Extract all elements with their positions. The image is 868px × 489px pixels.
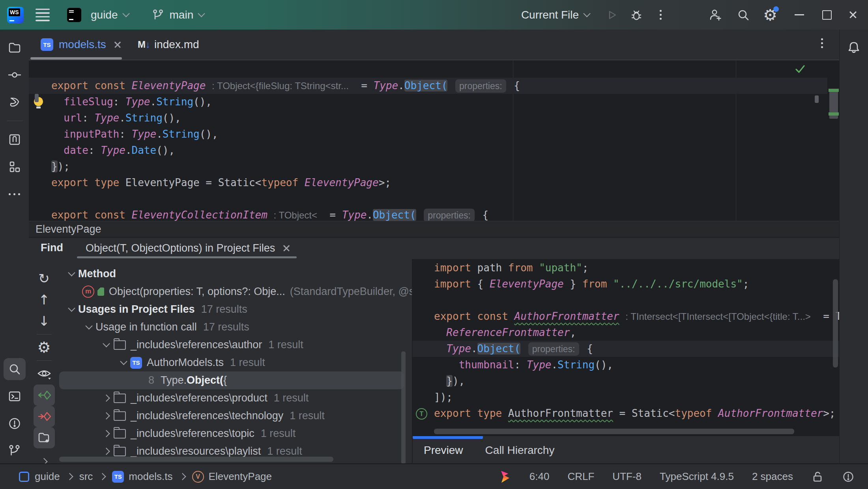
problems-tool-icon[interactable] (4, 412, 26, 435)
chevron-right-icon[interactable] (99, 413, 113, 418)
breadcrumb-file[interactable]: models.ts (129, 470, 172, 483)
type-alias-gutter-icon[interactable]: T (416, 408, 427, 420)
code-line[interactable]: date: Type.Date(), (29, 142, 827, 159)
line-separator[interactable]: CRLF (567, 470, 594, 483)
version-control-tool-icon[interactable] (4, 440, 26, 462)
code-line[interactable]: export const EleventyCollectionItem : TO… (29, 207, 827, 221)
write-access-filter-icon[interactable] (34, 406, 55, 427)
code-line[interactable]: }); (29, 159, 827, 175)
tab-models-ts[interactable]: TS models.ts (30, 30, 122, 60)
editor-context-row[interactable]: EleventyPage (29, 221, 839, 237)
preview-toggle-eye-icon[interactable] (34, 363, 55, 384)
result-row-selected[interactable]: 8Type.Object({ (59, 371, 404, 389)
chevron-down-icon[interactable] (65, 308, 78, 311)
settings-gear-icon[interactable]: ⚙ (763, 7, 777, 23)
tab-options-kebab-icon[interactable] (817, 42, 827, 44)
bookmarks-tool-icon[interactable] (4, 129, 26, 151)
result-row[interactable]: _includes\references\technology1 result (59, 407, 412, 425)
result-row[interactable]: mObject(properties: T, options?: Obje...… (59, 283, 412, 300)
pull-requests-tool-icon[interactable] (4, 91, 26, 113)
code-line[interactable]: fileSlug: Type.String(), (29, 94, 827, 110)
chevron-down-icon[interactable] (117, 361, 130, 364)
maximize-button[interactable] (822, 10, 832, 20)
eleventy-plugin-icon[interactable] (499, 470, 511, 484)
rerun-search-icon[interactable]: ↻ (34, 268, 55, 289)
project-widget[interactable]: guide (91, 9, 118, 21)
branch-chevron-icon[interactable] (198, 10, 205, 17)
group-by-directory-icon[interactable] (34, 427, 55, 448)
tab-index-md[interactable]: M↓ index.md (127, 30, 199, 60)
breadcrumb-symbol[interactable]: EleventyPage (209, 470, 272, 483)
previous-occurrence-icon[interactable]: ↑ (34, 289, 55, 310)
result-row[interactable]: _includes\references\product1 result (59, 389, 412, 407)
code-line[interactable]: export type EleventyPage = Static<typeof… (29, 175, 827, 191)
lock-open-icon[interactable] (811, 470, 824, 483)
code-line[interactable]: import { EleventyPage } from "../../../s… (413, 276, 839, 292)
code-editor[interactable]: export const EleventyPage : TObject<{fil… (29, 60, 839, 221)
minimize-button[interactable] (795, 14, 804, 15)
preview-horizontal-scrollbar[interactable] (434, 429, 794, 434)
more-actions-kebab-icon[interactable] (656, 14, 665, 16)
services-tool-icon[interactable] (4, 156, 26, 178)
preview-vertical-scrollbar[interactable] (833, 279, 838, 368)
reader-mode-icon[interactable] (842, 470, 855, 483)
code-line[interactable]: export const EleventyPage : TObject<{fil… (29, 78, 827, 94)
inspections-ok-check-icon[interactable] (794, 63, 806, 75)
code-line[interactable]: ReferenceFrontmatter, (413, 325, 839, 341)
find-tool-icon[interactable] (4, 358, 26, 380)
run-configuration[interactable]: Current File (521, 9, 579, 21)
code-line[interactable]: }), (413, 373, 839, 389)
breadcrumb-project[interactable]: guide (35, 470, 60, 483)
find-results-tab[interactable]: Object(T, ObjectOptions) in Project File… (77, 238, 299, 258)
result-row[interactable]: TSAuthorModels.ts1 result (59, 354, 412, 371)
debug-button[interactable] (630, 8, 643, 22)
code-line[interactable]: thumbnail: Type.String(), (413, 357, 839, 373)
tab-close-icon[interactable] (113, 40, 122, 49)
breadcrumb-src[interactable]: src (79, 470, 93, 483)
run-config-chevron-icon[interactable] (583, 10, 590, 17)
indent-style[interactable]: 2 spaces (752, 470, 793, 483)
file-encoding[interactable]: UTF-8 (612, 470, 642, 483)
code-line[interactable] (413, 292, 839, 308)
usage-preview-pane[interactable]: import path from "upath";import { Eleven… (413, 259, 839, 436)
gutter-change-marker[interactable] (35, 94, 39, 102)
code-line[interactable]: import path from "upath"; (413, 260, 839, 276)
chevron-down-icon[interactable] (99, 343, 113, 346)
chevron-right-icon[interactable] (99, 396, 113, 401)
find-settings-gear-icon[interactable]: ⚙ (34, 337, 55, 358)
next-occurrence-icon[interactable]: ↓ (34, 310, 55, 332)
branch-widget[interactable]: main (170, 9, 194, 21)
terminal-tool-icon[interactable] (4, 385, 26, 407)
caret-position[interactable]: 6:40 (529, 470, 550, 483)
project-chevron-icon[interactable] (122, 10, 129, 17)
main-menu-icon[interactable] (36, 9, 50, 21)
project-icon[interactable] (67, 8, 81, 22)
tab-preview[interactable]: Preview (424, 444, 463, 457)
chevron-down-icon[interactable] (65, 272, 78, 275)
find-tab-close-icon[interactable] (282, 244, 291, 252)
search-everywhere-icon[interactable] (736, 8, 750, 22)
code-line[interactable] (29, 191, 827, 207)
result-row[interactable]: _includes\references\topic1 result (59, 425, 412, 442)
tree-vertical-scrollbar[interactable] (401, 351, 406, 464)
code-line[interactable]: ]); (413, 389, 839, 405)
tree-horizontal-scrollbar[interactable] (59, 457, 333, 462)
code-line[interactable]: Texport type AuthorFrontmatter = Static<… (413, 405, 839, 422)
chevron-down-icon[interactable] (82, 326, 95, 328)
tab-call-hierarchy[interactable]: Call Hierarchy (485, 444, 555, 457)
code-line[interactable]: url: Type.String(), (29, 110, 827, 126)
close-button[interactable] (848, 10, 858, 20)
code-line[interactable]: Type.Object( properties: { (413, 341, 839, 357)
git-branch-icon[interactable] (152, 8, 165, 22)
notifications-bell-icon[interactable] (843, 37, 865, 59)
typescript-version[interactable]: TypeScript 4.9.5 (660, 470, 734, 483)
chevron-right-icon[interactable] (99, 431, 113, 436)
more-tool-windows-icon[interactable] (4, 183, 26, 205)
code-with-me-icon[interactable] (709, 8, 723, 22)
run-button[interactable] (605, 8, 619, 22)
chevron-right-icon[interactable] (99, 449, 113, 454)
commit-tool-icon[interactable] (4, 64, 26, 86)
code-line[interactable]: export const AuthorFrontmatter : TInters… (413, 308, 839, 325)
result-row[interactable]: Method (59, 265, 412, 283)
result-row[interactable]: Usage in function call17 results (59, 318, 412, 336)
